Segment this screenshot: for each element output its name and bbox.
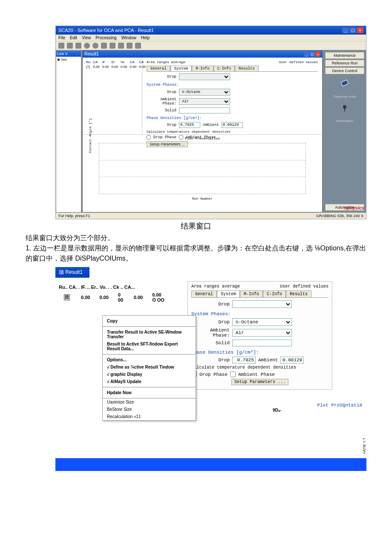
- menu-edit[interactable]: Edit: [70, 35, 77, 40]
- toolbar-print-icon[interactable]: [75, 43, 81, 49]
- ses-radio-icon[interactable]: ◉: [57, 58, 60, 61]
- density-drop-label: Drop: [147, 123, 176, 127]
- toolbar-misc1-icon[interactable]: [118, 43, 124, 49]
- toolbar-open-icon[interactable]: [58, 43, 64, 49]
- menu-file[interactable]: File: [58, 35, 65, 40]
- ctx-graphic-display[interactable]: √ graphic Display: [103, 371, 196, 378]
- svg-marker-0: [341, 80, 348, 86]
- result-min-button[interactable]: _: [304, 52, 309, 57]
- r2-setup-parameters-button[interactable]: Setup Parameters ...: [231, 379, 288, 385]
- minimize-button[interactable]: _: [342, 27, 349, 33]
- body-para: 结果窗口大致分为三个部分。: [26, 233, 366, 243]
- tab2-results[interactable]: Results: [286, 291, 311, 297]
- tab-cinfo[interactable]: C-Info: [213, 66, 235, 71]
- ctx-transfer-sft[interactable]: Besult to Active SFT-findow Export Resul…: [103, 340, 196, 352]
- col-hdr: Vo: [120, 60, 128, 64]
- toolbar-circle1-icon[interactable]: [84, 43, 90, 49]
- ambient-phase-select[interactable]: Air: [179, 98, 230, 105]
- r2-solid-input[interactable]: [232, 340, 292, 346]
- ctx-group-transfer: Transfer Result to Active SE-Wmdow Trans…: [103, 327, 196, 355]
- r2-drop-phase-row: Drop n-Octane: [191, 318, 329, 326]
- result-close-button[interactable]: ×: [315, 52, 320, 57]
- illumination-icon[interactable]: [338, 102, 352, 116]
- ctx-recalc[interactable]: Recalculation «11: [103, 413, 196, 420]
- ctx-restore[interactable]: BeStore Size: [103, 406, 196, 413]
- blue-strip: [55, 458, 366, 471]
- r2-ambient-phase-select[interactable]: Air: [232, 329, 292, 337]
- cell: 0.00: [92, 65, 101, 69]
- header-tabs-row: Area ranges average User defined values: [147, 60, 318, 64]
- menu-processing[interactable]: Processing: [95, 35, 116, 40]
- menu-help[interactable]: Help: [141, 35, 150, 40]
- app-window: SCA20 - Software for OCA and PCA - Resul…: [55, 26, 366, 219]
- body-step: 1. 左边一栏是显示数据用的，显示的物理量可以根据需求调整。步骤为：在空白处点击…: [26, 243, 366, 264]
- sidebar-device-control[interactable]: Device Control: [325, 67, 364, 74]
- r2-density-ambient-input[interactable]: [280, 357, 304, 363]
- density-drop-input[interactable]: [179, 122, 200, 128]
- col-hdr: CA: [92, 60, 101, 64]
- cell: 0.00: [101, 65, 110, 69]
- user-defined-label2[interactable]: User defined values: [280, 284, 329, 289]
- tab2-minfo[interactable]: M-Info: [240, 291, 263, 297]
- mdi-area: Live V ◉ Ses Result1 _ ▢ ×: [56, 50, 323, 212]
- r2-drop-phase-select[interactable]: n-Octane: [232, 318, 292, 326]
- area-ranges-label[interactable]: Area ranges average: [147, 60, 185, 64]
- tab-system[interactable]: System: [170, 66, 192, 71]
- density-ambient-input[interactable]: [222, 122, 243, 128]
- sidebar: Maintenance Reference Run Device Control…: [323, 50, 366, 212]
- ctx-update-now[interactable]: Hpdate Now: [103, 389, 196, 396]
- panel2-left: Ru.. CA. . IF. .. Er.. Vo. . . Ck .. CA.…: [55, 281, 170, 454]
- toolbar-info-icon[interactable]: [101, 43, 107, 49]
- r2-drop-row: Drop: [191, 300, 329, 308]
- sidebar-maintenance[interactable]: Maintenance: [325, 52, 364, 59]
- result-max-button[interactable]: ▢: [310, 52, 315, 57]
- panel2-col-header: Ru.. CA. . IF. .. Er.. Vo. . . Ck .. CA.…: [59, 285, 170, 290]
- solid-input[interactable]: [179, 108, 230, 113]
- r2-ambient-phase-checkbox[interactable]: [230, 372, 236, 377]
- context-menu: Copy Transfer Result to Active SE-Wmdow …: [102, 315, 196, 421]
- plot-area[interactable]: Contact Angle [°]: [99, 143, 306, 194]
- ambient-phase-label: Ambient Phase:: [147, 97, 176, 106]
- tab-results[interactable]: Results: [235, 66, 259, 71]
- table-row: [?] 0.00 0.00 0.00 0.00 0.00 0.00: [85, 65, 147, 69]
- r2-drop-phase-chk-label: Drop Phase: [199, 372, 228, 377]
- toolbar-circle2-icon[interactable]: [92, 43, 98, 49]
- tab-general[interactable]: General: [147, 66, 170, 71]
- close-button[interactable]: ×: [357, 27, 363, 33]
- tab-minfo[interactable]: M-Info: [192, 66, 213, 71]
- r2-solid-label: Solid: [191, 340, 230, 346]
- r2-density-drop-input[interactable]: [232, 357, 256, 363]
- r2-system-phases: System Phases:: [191, 311, 329, 317]
- result-body: Ru CA IF Er Vo CA CA [?]: [83, 58, 322, 209]
- ctx-maximize[interactable]: Uaximize Size: [103, 398, 196, 406]
- toolbar-save-icon[interactable]: [67, 43, 73, 49]
- sidebar-reference-run[interactable]: Reference Run: [325, 60, 364, 67]
- result-titlebar: Result1 _ ▢ ×: [83, 51, 322, 58]
- toolbar-help-icon[interactable]: [110, 43, 115, 49]
- tab2-cinfo[interactable]: C-Info: [263, 291, 286, 297]
- tab2-general[interactable]: General: [191, 291, 217, 297]
- maximize-button[interactable]: ▢: [349, 27, 356, 33]
- app-titlebar: SCA20 - Software for OCA and PCA - Resul…: [56, 26, 366, 35]
- toolbar-misc3-icon[interactable]: [135, 43, 141, 49]
- ctx-always-update[interactable]: √ AlMayS Update: [103, 378, 196, 385]
- tab2-system[interactable]: System: [217, 291, 240, 297]
- menu-view[interactable]: View: [82, 35, 91, 40]
- panel2-data-table: 团 0.00 0.00 0 00 0.00 0.00 O OO: [59, 291, 170, 303]
- ctx-copy[interactable]: Copy: [103, 317, 196, 325]
- drop-select[interactable]: [179, 73, 230, 80]
- drop-phase-select[interactable]: n-Octane: [179, 89, 230, 96]
- toolbar-misc2-icon[interactable]: [127, 43, 133, 49]
- drop-label: Drop: [147, 75, 176, 79]
- ctx-define-active[interactable]: √ Define as ¼ctive Result Tindow: [103, 363, 196, 371]
- live-video-panel: Live V ◉ Ses: [56, 50, 81, 212]
- ctx-transfer-se[interactable]: Transfer Result to Active SE-Wmdow Trans…: [103, 328, 196, 340]
- r2-drop-select[interactable]: [232, 300, 292, 308]
- user-defined-label[interactable]: User defined values: [279, 60, 318, 64]
- ctx-options[interactable]: Options...: [103, 356, 196, 363]
- area-ranges-label2[interactable]: Area ranges average: [191, 284, 240, 289]
- col-hdr: IF: [101, 60, 110, 64]
- dispense-units-icon[interactable]: [338, 78, 352, 91]
- menu-window[interactable]: Window: [121, 35, 136, 40]
- illumination-label: Illumination: [325, 119, 364, 123]
